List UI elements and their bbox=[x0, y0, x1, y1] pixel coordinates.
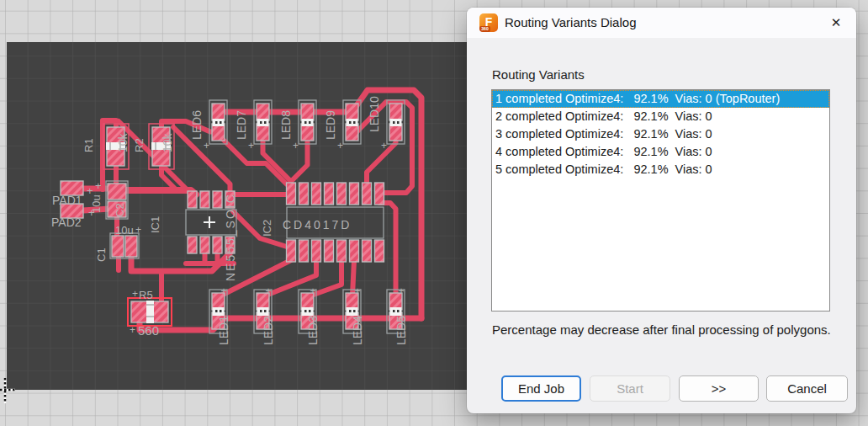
label-ic2: IC2 bbox=[261, 220, 273, 237]
variant-row-3[interactable]: 3 completed Optimize4: 92.1% Vias: 0 bbox=[492, 125, 829, 143]
more-button[interactable]: >> bbox=[679, 375, 759, 402]
label-led9: LED9 bbox=[324, 110, 337, 140]
label-led10: LED10 bbox=[368, 96, 381, 132]
label-led3: LED3 bbox=[306, 316, 320, 345]
plus-mark: + bbox=[95, 179, 102, 192]
label-pad1: PAD1 bbox=[52, 194, 82, 207]
label-ic1-value: NE555_SOIC bbox=[224, 193, 237, 281]
plus-mark: + bbox=[355, 285, 361, 297]
label-r1-value: 10k bbox=[116, 132, 130, 152]
label-r5: R5 bbox=[139, 289, 153, 301]
variant-row-2[interactable]: 2 completed Optimize4: 92.1% Vias: 0 bbox=[492, 108, 829, 125]
label-led5: LED5 bbox=[394, 316, 408, 345]
label-r5-value: 560 bbox=[138, 323, 159, 338]
routing-variants-label: Routing Variants bbox=[492, 67, 585, 82]
fusion-app-icon-badge: 360 bbox=[479, 26, 490, 32]
label-c1-value: 10u bbox=[115, 224, 134, 237]
variant-row-5[interactable]: 5 completed Optimize4: 92.1% Vias: 0 bbox=[492, 161, 829, 178]
polygon-note: Percentage may decrease after final proc… bbox=[492, 322, 831, 337]
plus-mark: + bbox=[399, 285, 405, 297]
label-led2: LED2 bbox=[262, 316, 275, 345]
label-r2-value: 10k bbox=[161, 132, 174, 152]
plus-mark: + bbox=[293, 140, 299, 152]
label-c2-value: 10u bbox=[90, 194, 103, 213]
plus-mark: + bbox=[381, 140, 387, 152]
variant-row-4[interactable]: 4 completed Optimize4: 92.1% Vias: 0 bbox=[492, 143, 829, 161]
label-led7: LED7 bbox=[235, 110, 248, 140]
plus-mark: + bbox=[248, 140, 254, 152]
label-c2: C2 bbox=[114, 203, 126, 217]
label-led4: LED4 bbox=[351, 316, 364, 345]
label-pad2: PAD2 bbox=[51, 216, 82, 229]
dialog-title: Routing Variants Dialog bbox=[505, 15, 636, 29]
plus-mark: + bbox=[337, 140, 343, 152]
label-r2: R2 bbox=[133, 138, 146, 152]
fusion-app-icon: F 360 bbox=[479, 13, 498, 32]
label-r1: R1 bbox=[82, 138, 95, 152]
label-ic2-value: CD4017D bbox=[283, 218, 352, 232]
label-c1: C1 bbox=[95, 248, 108, 262]
label-led1: LED1 bbox=[217, 316, 230, 345]
routing-variants-dialog: F 360 Routing Variants Dialog ✕ Routing … bbox=[467, 8, 856, 413]
variants-listbox[interactable]: 1 completed Optimize4: 92.1% Vias: 0 (To… bbox=[491, 89, 830, 312]
plus-mark: + bbox=[221, 285, 227, 297]
label-led6: LED6 bbox=[190, 110, 204, 140]
plus-mark: + bbox=[310, 285, 316, 297]
dialog-titlebar[interactable]: F 360 Routing Variants Dialog ✕ bbox=[467, 8, 856, 38]
plus-mark: + bbox=[204, 140, 209, 152]
cancel-button[interactable]: Cancel bbox=[766, 375, 848, 402]
label-led8: LED8 bbox=[279, 110, 293, 140]
start-button[interactable]: Start bbox=[590, 375, 670, 402]
label-ic1: IC1 bbox=[149, 216, 161, 233]
plus-mark: + bbox=[135, 224, 141, 236]
close-icon[interactable]: ✕ bbox=[827, 14, 845, 31]
app-stage: PAD1 PAD2 + + + R1 10k R2 10k 10u C2 C1 … bbox=[0, 0, 868, 426]
variant-row-1[interactable]: 1 completed Optimize4: 92.1% Vias: 0 (To… bbox=[492, 90, 829, 108]
end-job-button[interactable]: End Job bbox=[501, 375, 581, 402]
plus-mark: + bbox=[130, 324, 135, 336]
plus-mark: + bbox=[132, 288, 138, 300]
plus-mark: + bbox=[266, 285, 272, 297]
r5-component[interactable] bbox=[128, 298, 172, 326]
